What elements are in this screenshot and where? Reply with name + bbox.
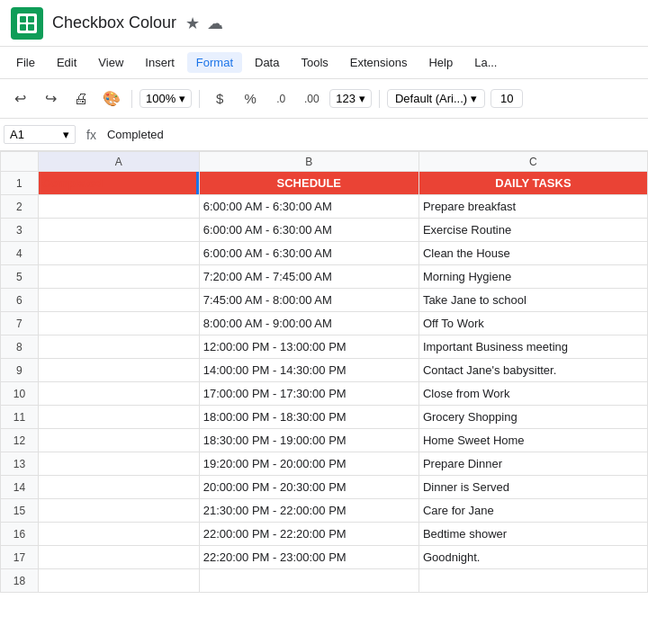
- cell-a[interactable]: [38, 195, 199, 219]
- cell-b[interactable]: 17:00:00 PM - 17:30:00 PM: [199, 382, 418, 406]
- cell-b[interactable]: 22:20:00 PM - 23:00:00 PM: [199, 546, 418, 569]
- zoom-selector[interactable]: 100% ▾: [140, 89, 192, 108]
- cell-c[interactable]: Care for Jane: [418, 499, 647, 523]
- cell-c[interactable]: Morning Hygiene: [418, 265, 647, 289]
- table-row: 914:00:00 PM - 14:30:00 PMContact Jane's…: [1, 359, 648, 382]
- cell-b[interactable]: 18:00:00 PM - 18:30:00 PM: [199, 406, 418, 429]
- table-row: 36:00:00 AM - 6:30:00 AMExercise Routine: [1, 219, 648, 242]
- cell-b[interactable]: 18:30:00 PM - 19:00:00 PM: [199, 429, 418, 452]
- cell-c[interactable]: Important Business meeting: [418, 335, 647, 359]
- row-number: 1: [1, 172, 39, 195]
- row-number: 7: [1, 312, 39, 335]
- table-row: 46:00:00 AM - 6:30:00 AMClean the House: [1, 242, 648, 265]
- menu-more[interactable]: La...: [465, 52, 506, 73]
- star-icon[interactable]: ★: [185, 13, 200, 33]
- cell-b[interactable]: 22:00:00 PM - 22:20:00 PM: [199, 523, 418, 546]
- font-family-selector[interactable]: Default (Ari...) ▾: [387, 89, 485, 108]
- paint-format-button[interactable]: 🎨: [99, 86, 124, 112]
- menu-file[interactable]: File: [7, 52, 44, 73]
- cell-a[interactable]: [38, 312, 199, 335]
- row-number: 3: [1, 219, 39, 242]
- redo-button[interactable]: ↪: [38, 86, 63, 112]
- table-row: 1521:30:00 PM - 22:00:00 PMCare for Jane: [1, 499, 648, 523]
- row-number: 11: [1, 406, 39, 429]
- cell-a[interactable]: [38, 406, 199, 429]
- cell-c[interactable]: Off To Work: [418, 312, 647, 335]
- cell-a[interactable]: [38, 359, 199, 382]
- decimal2-button[interactable]: .00: [299, 86, 324, 112]
- cell-c[interactable]: Prepare breakfast: [418, 195, 647, 219]
- cell-a[interactable]: [38, 476, 199, 499]
- cell-b[interactable]: 6:00:00 AM - 6:30:00 AM: [199, 219, 418, 242]
- cell-a[interactable]: [38, 523, 199, 546]
- menu-data[interactable]: Data: [246, 52, 288, 73]
- cell-c[interactable]: Clean the House: [418, 242, 647, 265]
- menu-edit[interactable]: Edit: [48, 52, 86, 73]
- formula-input[interactable]: Completed: [107, 128, 644, 141]
- cell-b[interactable]: [199, 569, 418, 593]
- cell-c[interactable]: Grocery Shopping: [418, 406, 647, 429]
- decimal1-button[interactable]: .0: [268, 86, 293, 112]
- cell-b[interactable]: 20:00:00 PM - 20:30:00 PM: [199, 476, 418, 499]
- cell-b[interactable]: SCHEDULE: [199, 172, 418, 195]
- percent-button[interactable]: %: [238, 86, 263, 112]
- cell-a[interactable]: [38, 219, 199, 242]
- cell-a[interactable]: [38, 546, 199, 569]
- cell-a[interactable]: [38, 429, 199, 452]
- col-header-b[interactable]: B: [199, 152, 418, 172]
- cell-c[interactable]: Bedtime shower: [418, 523, 647, 546]
- menu-insert[interactable]: Insert: [136, 52, 184, 73]
- cell-a[interactable]: Completed: [38, 172, 199, 195]
- toolbar-divider-2: [199, 90, 200, 108]
- cell-a[interactable]: [38, 289, 199, 312]
- toolbar-divider-1: [131, 90, 132, 108]
- cell-b[interactable]: 8:00:00 AM - 9:00:00 AM: [199, 312, 418, 335]
- cell-ref-chevron: ▾: [63, 128, 69, 141]
- cell-a[interactable]: [38, 452, 199, 476]
- cell-a[interactable]: [38, 499, 199, 523]
- row-number: 6: [1, 289, 39, 312]
- col-header-c[interactable]: C: [418, 152, 647, 172]
- table-row: 1319:20:00 PM - 20:00:00 PMPrepare Dinne…: [1, 452, 648, 476]
- menu-extensions[interactable]: Extensions: [341, 52, 417, 73]
- cell-a[interactable]: [38, 242, 199, 265]
- cell-b[interactable]: 7:45:00 AM - 8:00:00 AM: [199, 289, 418, 312]
- cell-c[interactable]: Goodnight.: [418, 546, 647, 569]
- print-button[interactable]: 🖨: [68, 86, 94, 112]
- menu-tools[interactable]: Tools: [292, 52, 337, 73]
- menu-view[interactable]: View: [89, 52, 132, 73]
- cell-c[interactable]: DAILY TASKS: [418, 172, 647, 195]
- cell-a[interactable]: [38, 265, 199, 289]
- cell-a[interactable]: [38, 335, 199, 359]
- table-row: 1622:00:00 PM - 22:20:00 PMBedtime showe…: [1, 523, 648, 546]
- cell-b[interactable]: 6:00:00 AM - 6:30:00 AM: [199, 242, 418, 265]
- cell-a[interactable]: [38, 569, 199, 593]
- cell-c[interactable]: Take Jane to school: [418, 289, 647, 312]
- cell-c[interactable]: [418, 569, 647, 593]
- cell-reference[interactable]: A1 ▾: [4, 125, 76, 144]
- cell-c[interactable]: Close from Work: [418, 382, 647, 406]
- menu-help[interactable]: Help: [419, 52, 462, 73]
- cell-c[interactable]: Home Sweet Home: [418, 429, 647, 452]
- undo-button[interactable]: ↩: [7, 86, 32, 112]
- cell-b[interactable]: 21:30:00 PM - 22:00:00 PM: [199, 499, 418, 523]
- row-number: 10: [1, 382, 39, 406]
- cloud-icon[interactable]: ☁: [207, 13, 223, 33]
- cell-b[interactable]: 7:20:00 AM - 7:45:00 AM: [199, 265, 418, 289]
- cell-b[interactable]: 14:00:00 PM - 14:30:00 PM: [199, 359, 418, 382]
- menu-format[interactable]: Format: [187, 52, 242, 73]
- font-size-input[interactable]: 10: [490, 89, 523, 108]
- col-header-a[interactable]: A: [38, 152, 199, 172]
- row-number: 15: [1, 499, 39, 523]
- row-number: 8: [1, 335, 39, 359]
- cell-c[interactable]: Dinner is Served: [418, 476, 647, 499]
- cell-c[interactable]: Exercise Routine: [418, 219, 647, 242]
- cell-b[interactable]: 19:20:00 PM - 20:00:00 PM: [199, 452, 418, 476]
- dollar-button[interactable]: $: [207, 86, 232, 112]
- cell-a[interactable]: [38, 382, 199, 406]
- number-format-selector[interactable]: 123 ▾: [329, 89, 372, 108]
- cell-c[interactable]: Contact Jane's babysitter.: [418, 359, 647, 382]
- cell-c[interactable]: Prepare Dinner: [418, 452, 647, 476]
- cell-b[interactable]: 12:00:00 PM - 13:00:00 PM: [199, 335, 418, 359]
- cell-b[interactable]: 6:00:00 AM - 6:30:00 AM: [199, 195, 418, 219]
